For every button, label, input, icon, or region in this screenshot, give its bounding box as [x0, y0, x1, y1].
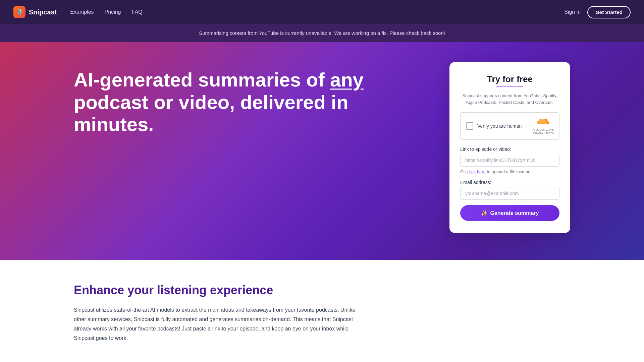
nav-link-pricing[interactable]: Pricing: [105, 9, 121, 15]
generate-icon: ✨: [481, 210, 488, 216]
upload-text-post: to upload a file instead.: [486, 169, 532, 174]
link-field-label: Link to episode or video:: [460, 146, 559, 152]
upload-file-link[interactable]: click here: [467, 169, 486, 174]
navbar: 🎙️ Snipcast Examples Pricing FAQ Sign in…: [0, 0, 644, 24]
generate-label: Generate summary: [490, 210, 539, 216]
cloudflare-logo: CLOUDFLARE Privacy · Terms: [533, 117, 554, 135]
nav-links: Examples Pricing FAQ: [70, 9, 142, 15]
banner-message: Summarizing content from YouTube is curr…: [199, 30, 445, 36]
logo-icon: 🎙️: [13, 6, 25, 18]
email-input[interactable]: [460, 187, 559, 200]
upload-text-pre: Or,: [460, 169, 467, 174]
try-for-free-card: Try for free Snipcast supports content f…: [449, 62, 570, 233]
cloudflare-cloud-icon: [535, 117, 551, 127]
enhance-title: Enhance your listening experience: [74, 283, 570, 297]
hero-title-part2: podcast or video, delivered in minutes.: [74, 91, 348, 135]
captcha-box: Verify you are human CLOUDFLARE Privacy …: [460, 112, 559, 140]
hero-title-highlight: any: [330, 69, 364, 90]
nav-left: 🎙️ Snipcast Examples Pricing FAQ: [13, 6, 143, 18]
logo[interactable]: 🎙️ Snipcast: [13, 6, 57, 18]
hero-text: AI-generated summaries of any podcast or…: [74, 62, 429, 136]
captcha-label: Verify you are human: [477, 123, 522, 129]
nav-link-examples[interactable]: Examples: [70, 9, 94, 15]
card-subtitle: Snipcast supports content from YouTube, …: [460, 93, 559, 106]
hero-title: AI-generated summaries of any podcast or…: [74, 69, 429, 136]
nav-link-faq[interactable]: FAQ: [132, 9, 143, 15]
cloudflare-links: Privacy · Terms: [533, 131, 554, 135]
nav-right: Sign in Get Started: [564, 6, 631, 18]
generate-summary-button[interactable]: ✨ Generate summary: [460, 205, 559, 221]
hero-title-part1: AI-generated summaries of: [74, 69, 330, 90]
enhance-body: Snipcast utilizes state-of-the-art AI mo…: [74, 305, 362, 343]
captcha-left: Verify you are human: [466, 122, 522, 130]
enhance-section: Enhance your listening experience Snipca…: [0, 260, 644, 362]
get-started-button[interactable]: Get Started: [587, 6, 631, 18]
upload-link-text: Or, click here to upload a file instead.: [460, 169, 559, 174]
cloudflare-text: CLOUDFLARE: [533, 128, 554, 131]
sign-in-link[interactable]: Sign in: [564, 9, 581, 15]
captcha-checkbox[interactable]: [466, 122, 473, 130]
email-field-label: Email address:: [460, 180, 559, 185]
card-title: Try for free: [460, 74, 559, 84]
hero-section: AI-generated summaries of any podcast or…: [0, 42, 644, 260]
card-title-underline: [496, 86, 523, 87]
link-input[interactable]: [460, 154, 559, 167]
announcement-banner: Summarizing content from YouTube is curr…: [0, 24, 644, 42]
brand-name: Snipcast: [29, 8, 57, 16]
